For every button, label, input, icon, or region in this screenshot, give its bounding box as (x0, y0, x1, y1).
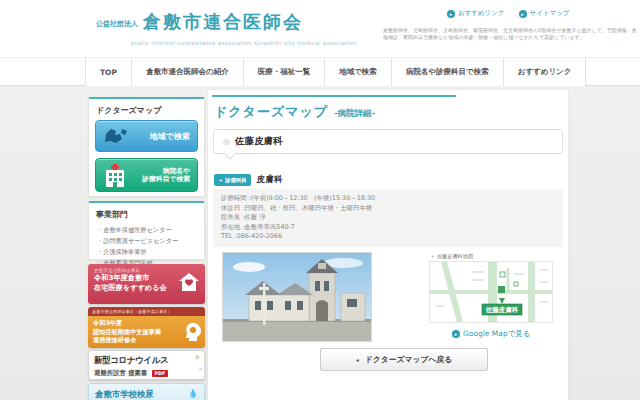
google-map-link[interactable]: ▸ Google Mapで見る (452, 329, 531, 339)
access-map: 佐藤皮膚科 (429, 261, 553, 323)
covid-banner-subtitle: 避難所設営 提案書 PDF (94, 369, 199, 378)
department-item[interactable]: 倉敷市保健医療センター (97, 224, 198, 235)
covid-banner[interactable]: 新型コロナウイルス 避難所設営 提案書 PDF ✳ ✳ (88, 350, 205, 380)
search-by-area-button[interactable]: 地域で検索 (95, 120, 198, 152)
department-item[interactable]: 介護保険事業所 (97, 246, 198, 257)
nav-item-search-area[interactable]: 地域で検索 (324, 58, 391, 86)
arrow-circle-icon: ▸ (519, 10, 527, 18)
target-circle-icon: ◎ (223, 137, 230, 146)
hospital-icon (104, 164, 126, 188)
sitemap-link[interactable]: ▸ サイトマップ (519, 9, 570, 18)
site-title: 倉敷市連合医師会 (143, 10, 303, 34)
water-drop-icon: 💧 (188, 389, 198, 398)
org-type-label: 公益社団法人 (96, 19, 138, 29)
page-title-main: ドクターズマップ (214, 103, 328, 121)
left-arrow-icon: ◂ (356, 356, 359, 363)
region-map-icon (102, 126, 130, 148)
department-badge: ＋ 診療科目 (214, 174, 251, 186)
doctors-map-card: ドクターズマップ 地域で検索 病院名や 診療科目で検索 (88, 97, 205, 197)
search-by-area-label: 地域で検索 (150, 131, 190, 142)
site-subtitle-en: public interest incorporated association… (104, 40, 384, 46)
doctors-map-title: ドクターズマップ (89, 99, 204, 120)
pdf-badge: PDF (152, 370, 169, 377)
detail-director: 院長名 :佐藤 淳 (221, 213, 555, 223)
house-heart-icon (178, 272, 200, 292)
map-caption: ＋ 佐藤皮膚科地図 (430, 253, 473, 260)
arrow-circle-icon: ▸ (452, 330, 460, 338)
covid-subtitle-text: 避難所設営 提案書 (94, 369, 147, 377)
arrow-circle-icon: ▸ (447, 10, 455, 18)
virus-icon: ✳ (194, 353, 201, 362)
dementia-banner-tag: 倉敷市連合医師会事業（倉敷市委託事業） (88, 307, 205, 316)
title-accent-line (212, 95, 456, 97)
header-description: 倉敷医師会、児島医師会、玉島医師会、都窪医師会、北児島医師会の5医師会が倉敷市と… (383, 27, 637, 41)
school-urinalysis-banner[interactable]: 倉敷市学校検尿 💧 (88, 383, 205, 400)
header-links: ▸ おすすめリンク ▸ サイトマップ (447, 9, 570, 18)
back-button-label: ドクターズマップへ戻る (365, 354, 452, 365)
department-value: 皮膚科 (257, 174, 283, 186)
nav-item-medical-list[interactable]: 医療・福祉一覧 (243, 58, 325, 86)
search-by-name-button[interactable]: 病院名や 診療科目で検索 (95, 158, 198, 192)
nav-item-top[interactable]: TOP (85, 58, 131, 86)
detail-address: 所在地 :倉敷市帯高540-7 (221, 223, 555, 233)
hospital-details-box: 診療時間 :(午前)9:00～12:30 (午後)15:30～18:30 休診日… (213, 189, 563, 247)
departments-title: 事業部門 (89, 203, 204, 224)
main-content: ドクターズマップ -病院詳細- ◎ 佐藤皮膚科 ＋ 診療科目 皮膚科 診療時間 … (208, 90, 568, 400)
covid-banner-title: 新型コロナウイルス (94, 355, 199, 367)
search-by-name-label-1: 病院名や (163, 167, 190, 176)
detail-closed-days: 休診日 :日曜日、祝・祭日、木曜日午後・土曜日午後 (221, 204, 555, 214)
school-urinalysis-title: 倉敷市学校検尿 💧 (95, 389, 198, 400)
page: 公益社団法人 倉敷市連合医師会 public interest incorpor… (0, 0, 640, 400)
main-nav: TOP 倉敷市連合医師会の紹介 医療・福祉一覧 地域で検索 病院名や診療科目で検… (0, 57, 640, 86)
detail-hours: 診療時間 :(午前)9:00～12:30 (午後)15:30～18:30 (221, 194, 555, 204)
departments-card: 事業部門 倉敷市保健医療センター 訪問看護サービスセンター 介護保険事業所 倉敷… (88, 201, 205, 260)
sitemap-label: サイトマップ (530, 9, 570, 18)
building-photo-illustration (223, 253, 371, 341)
site-header: 公益社団法人 倉敷市連合医師会 public interest incorpor… (0, 0, 640, 57)
page-title-sub: -病院詳細- (334, 108, 375, 120)
detail-phone: TEL :086-420-2066 (221, 232, 555, 242)
back-to-doctors-map-button[interactable]: ◂ ドクターズマップへ戻る (320, 348, 488, 371)
site-logo[interactable]: 公益社団法人 倉敷市連合医師会 (96, 10, 303, 34)
department-item[interactable]: 訪問看護サービスセンター (97, 235, 198, 246)
page-title: ドクターズマップ -病院詳細- (214, 103, 375, 121)
access-map-illustration: 佐藤皮膚科 (430, 262, 552, 322)
department-row: ＋ 診療科目 皮膚科 (214, 174, 282, 186)
nav-item-recommended[interactable]: おすすめリンク (503, 58, 587, 86)
search-by-name-label-2: 診療科目で検索 (142, 175, 190, 184)
recommended-links-link[interactable]: ▸ おすすめリンク (447, 9, 505, 18)
head-profile-icon (184, 322, 202, 342)
hospital-name: 佐藤皮膚科 (235, 135, 283, 148)
hospital-photo (222, 252, 372, 342)
nav-item-about[interactable]: 倉敷市連合医師会の紹介 (131, 58, 243, 86)
virus-icon: ✳ (198, 365, 203, 372)
google-map-link-label: Google Mapで見る (463, 329, 531, 339)
nav-item-search-name[interactable]: 病院名や診療科目で検索 (391, 58, 503, 86)
recommended-links-label: おすすめリンク (458, 9, 505, 18)
hospital-name-box: ◎ 佐藤皮膚科 (213, 129, 563, 154)
dementia-support-banner[interactable]: 倉敷市連合医師会事業（倉敷市委託事業） 令和3年度 認知症初期集中支援事業 連携… (88, 307, 205, 348)
home-care-banner[interactable]: 倉敷市連合医師会事業 令和3年度倉敷市 在宅医療をすすめる会 (88, 264, 205, 304)
map-marker-label: 佐藤皮膚科 (485, 306, 519, 314)
